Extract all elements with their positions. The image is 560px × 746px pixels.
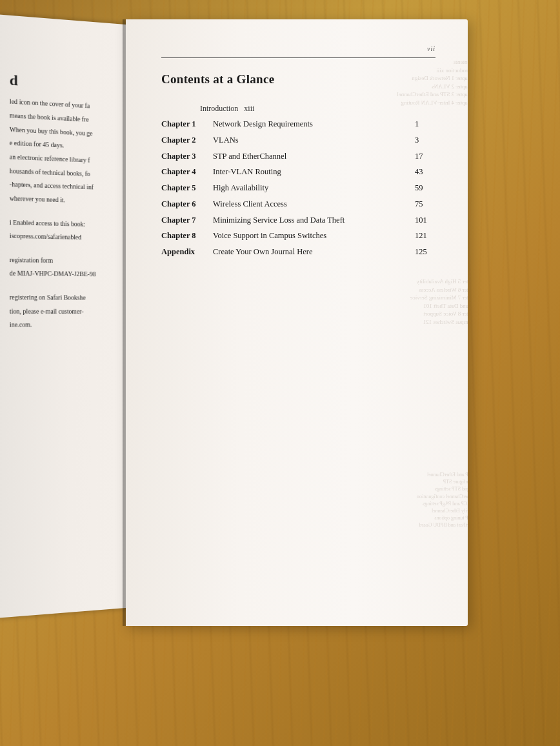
toc-page-num: 121 (410, 228, 435, 244)
toc-row: Chapter 5High Availability59 (161, 180, 435, 196)
intro-page: xiii (244, 104, 254, 113)
left-text-14: tion, please e-mail customer- (10, 307, 132, 316)
divider-line (161, 57, 435, 58)
section-title: Contents at a Glance (161, 72, 435, 86)
left-text-10: iscopress.com/safarienabled (10, 232, 132, 244)
toc-intro-row: Introduction xiii (161, 101, 435, 116)
left-text-2: means the book is available fre (10, 111, 132, 127)
toc-row: Chapter 3STP and EtherChannel17 (161, 148, 435, 165)
toc-chapter-label: Appendix (161, 244, 213, 260)
toc-page-num: 101 (410, 212, 435, 228)
toc-row: Chapter 8Voice Support in Campus Switche… (161, 228, 435, 244)
toc-chapter-label: Chapter 3 (161, 148, 213, 165)
toc-row: AppendixCreate Your Own Journal Here125 (161, 244, 435, 260)
toc-chapter-label: Chapter 5 (161, 180, 213, 196)
left-text-1: led icon on the cover of your fa (10, 97, 132, 114)
toc-page-num: 59 (410, 180, 435, 196)
toc-chapter-label: Chapter 2 (161, 132, 213, 148)
left-text-11: registration form (10, 255, 132, 267)
left-text-6: housands of technical books, fo (10, 166, 132, 181)
left-text-3: When you buy this book, you ge (10, 125, 132, 140)
toc-chapter-title: VLANs (213, 132, 410, 148)
left-text-4: e edition for 45 days. (10, 139, 132, 154)
left-text-7: -hapters, and access technical inf (10, 180, 132, 194)
toc-chapter-title: Wireless Client Access (213, 196, 410, 212)
left-text-12: de MIAJ-VHPC-DMAY-J2BE-98 (10, 269, 132, 280)
bleed-text-2: Chapter 5 High AvailabilityChapter 6 Wir… (352, 277, 468, 327)
toc-row: Chapter 1Network Design Requirements1 (161, 116, 435, 132)
toc-page-num: 43 (410, 164, 435, 180)
left-text-13: registering on Safari Bookshe (10, 293, 132, 303)
left-text-15: ine.com. (10, 320, 132, 330)
page-number: vii (161, 45, 435, 52)
bleed-text-3: STP and EtherChannelConfigure STPRapid S… (339, 471, 468, 529)
left-page-heading: d (10, 69, 132, 99)
toc-chapter-label: Chapter 8 (161, 228, 213, 244)
toc-page-num: 75 (410, 196, 435, 212)
left-text-5: an electronic reference library f (10, 152, 132, 167)
toc-chapter-label: Chapter 1 (161, 116, 213, 132)
intro-label: Introduction (200, 104, 238, 113)
left-text-8: wherever you need it. (10, 194, 132, 208)
left-page: d led icon on the cover of your fa means… (0, 14, 142, 618)
toc-row: Chapter 7Minimizing Service Loss and Dat… (161, 212, 435, 228)
toc-row: Chapter 2VLANs3 (161, 132, 435, 148)
toc-chapter-title: Inter-VLAN Routing (213, 164, 410, 180)
toc-chapter-title: Voice Support in Campus Switches (213, 228, 410, 244)
toc-chapter-title: Network Design Requirements (213, 116, 410, 132)
toc-chapter-label: Chapter 4 (161, 164, 213, 180)
toc-chapter-title: Create Your Own Journal Here (213, 244, 410, 260)
toc-chapter-title: Minimizing Service Loss and Data Theft (213, 212, 410, 228)
toc-chapter-label: Chapter 6 (161, 196, 213, 212)
toc-chapter-title: High Availability (213, 180, 410, 196)
toc-row: Chapter 4Inter-VLAN Routing43 (161, 164, 435, 180)
toc-chapter-title: STP and EtherChannel (213, 148, 410, 165)
toc-row: Chapter 6Wireless Client Access75 (161, 196, 435, 212)
intro-cell: Introduction xiii (161, 101, 435, 116)
toc-table: Introduction xiii Chapter 1Network Desig… (161, 101, 435, 260)
toc-page-num: 125 (410, 244, 435, 260)
toc-page-num: 3 (410, 132, 435, 148)
left-page-content: d led icon on the cover of your fa means… (10, 69, 132, 330)
left-text-9: i Enabled access to this book: (10, 217, 132, 230)
right-page: ContentsIntroduction xiiiChapter 1 Netwo… (126, 19, 468, 626)
toc-page-num: 17 (410, 148, 435, 165)
scene: d led icon on the cover of your fa means… (0, 0, 560, 746)
toc-chapter-label: Chapter 7 (161, 212, 213, 228)
toc-page-num: 1 (410, 116, 435, 132)
